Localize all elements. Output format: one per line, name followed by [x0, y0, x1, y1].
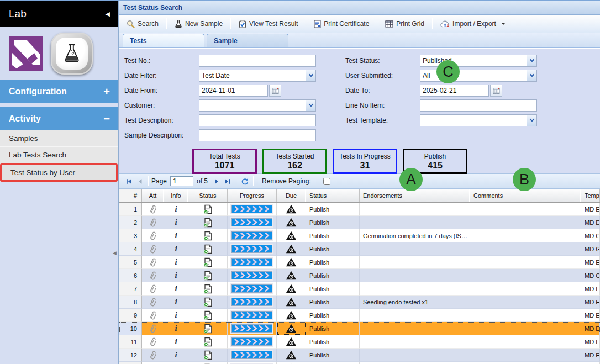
attachment-cell[interactable] [142, 335, 164, 349]
status-icon-cell[interactable] [188, 216, 228, 229]
info-cell[interactable]: i [164, 256, 188, 269]
table-row[interactable]: 3 i [119, 229, 600, 242]
attachment-cell[interactable] [142, 322, 164, 335]
document-check-icon[interactable] [203, 204, 213, 214]
status-icon-cell[interactable] [188, 309, 228, 322]
info-cell[interactable]: i [164, 322, 188, 335]
document-check-icon[interactable] [203, 271, 213, 281]
paperclip-icon[interactable] [148, 309, 158, 321]
column-header-progress[interactable]: Progress [228, 189, 277, 202]
attachment-cell[interactable] [142, 229, 164, 242]
column-header-status[interactable]: Status [306, 189, 360, 202]
table-row[interactable]: 7 i [119, 282, 600, 296]
document-check-icon[interactable] [203, 244, 213, 254]
document-check-icon[interactable] [203, 218, 213, 228]
combo-dropdown-button[interactable] [306, 99, 316, 112]
column-header-template[interactable]: Temp [581, 189, 600, 202]
table-row[interactable]: 6 i [119, 269, 600, 282]
paperclip-icon[interactable] [148, 256, 158, 268]
date-filter-value[interactable] [199, 70, 306, 82]
test-template-combo[interactable] [420, 114, 537, 126]
table-row[interactable]: 1 i [119, 203, 600, 216]
sidebar-item-samples[interactable]: Samples [0, 130, 118, 147]
sidebar-collapse-icon[interactable]: ◀ [106, 10, 110, 18]
info-cell[interactable]: i [164, 362, 188, 364]
paperclip-icon[interactable] [148, 283, 158, 294]
date-to-field[interactable] [420, 85, 489, 97]
combo-dropdown-button[interactable] [527, 114, 537, 126]
info-cell[interactable]: i [164, 229, 188, 242]
refresh-button[interactable] [239, 176, 250, 187]
info-cell[interactable]: i [164, 282, 188, 296]
last-page-button[interactable] [222, 176, 233, 187]
calendar-button[interactable] [490, 85, 502, 97]
sidebar-item-lab-tests-search[interactable]: Lab Tests Search [0, 147, 118, 163]
collapse-icon[interactable]: − [103, 113, 110, 125]
info-icon[interactable]: i [175, 204, 177, 214]
attachment-cell[interactable] [142, 309, 164, 322]
lab-app-button[interactable] [51, 33, 93, 75]
document-check-icon[interactable] [203, 284, 213, 294]
info-icon[interactable]: i [175, 244, 177, 254]
info-cell[interactable]: i [164, 349, 188, 362]
paperclip-icon[interactable] [148, 243, 158, 255]
info-icon[interactable]: i [175, 257, 177, 267]
status-icon-cell[interactable] [188, 256, 228, 269]
column-header-due[interactable]: Due [277, 189, 306, 202]
document-check-icon[interactable] [203, 231, 213, 241]
attachment-cell[interactable] [142, 216, 164, 229]
table-row[interactable]: 2 i [119, 216, 600, 229]
info-cell[interactable]: i [164, 203, 188, 216]
status-icon-cell[interactable] [188, 296, 228, 309]
table-row[interactable]: 5 i [119, 256, 600, 269]
attachment-cell[interactable] [142, 349, 164, 362]
status-icon-cell[interactable] [188, 203, 228, 216]
user-submitted-value[interactable] [420, 70, 527, 82]
info-cell[interactable]: i [164, 309, 188, 322]
column-header-status-icon[interactable]: Status [188, 189, 228, 202]
sample-description-field[interactable] [199, 129, 316, 141]
info-cell[interactable]: i [164, 269, 188, 282]
due-cell[interactable] [277, 349, 306, 362]
info-cell[interactable]: i [164, 216, 188, 229]
info-icon[interactable]: i [175, 297, 177, 307]
test-status-value[interactable] [420, 55, 527, 67]
attachment-cell[interactable] [142, 282, 164, 296]
info-cell[interactable]: i [164, 296, 188, 309]
paperclip-icon[interactable] [148, 349, 158, 361]
prev-page-button[interactable] [134, 176, 145, 187]
column-header-endorsements[interactable]: Endorsements [360, 189, 470, 202]
print-grid-button[interactable]: Print Grid [381, 18, 429, 30]
date-filter-combo[interactable] [199, 70, 316, 82]
splitter-collapse-icon[interactable]: ◀ [113, 250, 117, 256]
status-icon-cell[interactable] [188, 322, 228, 335]
next-page-button[interactable] [211, 176, 222, 187]
due-cell[interactable] [277, 322, 306, 335]
date-from-field[interactable] [199, 85, 268, 97]
info-icon[interactable]: i [175, 310, 177, 320]
document-check-icon[interactable] [203, 350, 213, 360]
combo-dropdown-button[interactable] [306, 70, 316, 82]
column-header-number[interactable]: # [119, 189, 142, 202]
status-icon-cell[interactable] [188, 335, 228, 349]
combo-dropdown-button[interactable] [527, 55, 537, 67]
test-status-combo[interactable] [420, 55, 537, 67]
info-icon[interactable]: i [175, 271, 177, 280]
test-description-field[interactable] [199, 114, 316, 126]
view-test-result-button[interactable]: View Test Result [234, 18, 302, 30]
test-template-value[interactable] [420, 114, 527, 126]
info-icon[interactable]: i [175, 218, 177, 227]
customer-combo[interactable] [199, 99, 316, 112]
attachment-cell[interactable] [142, 269, 164, 282]
document-check-icon[interactable] [203, 310, 213, 320]
paperclip-icon[interactable] [148, 270, 158, 281]
due-cell[interactable] [277, 362, 306, 364]
table-row[interactable]: 9 i [119, 309, 600, 322]
due-cell[interactable] [277, 229, 306, 242]
status-icon-cell[interactable] [188, 229, 228, 242]
table-row[interactable]: 11 i [119, 335, 600, 349]
attachment-cell[interactable] [142, 242, 164, 256]
attachment-cell[interactable] [142, 296, 164, 309]
table-row[interactable]: 4 i [119, 242, 600, 256]
paperclip-icon[interactable] [148, 323, 158, 334]
